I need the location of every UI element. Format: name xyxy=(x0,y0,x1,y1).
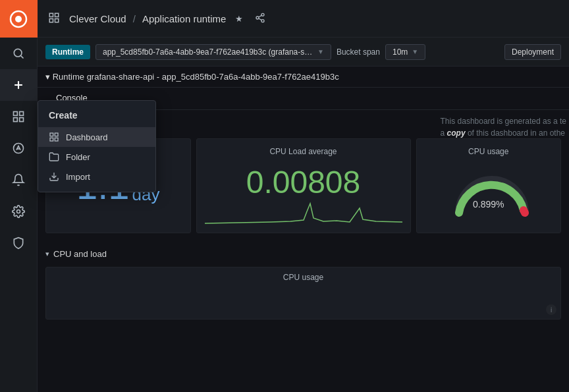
sidebar xyxy=(0,0,38,392)
cpu-load-value: 0.00808 xyxy=(205,161,402,198)
cpu-load-panel: CPU Load average 0.00808 xyxy=(196,138,411,233)
bucket-span-label: Bucket span xyxy=(337,47,380,57)
title-separator: / xyxy=(133,13,136,24)
dashboard-icon xyxy=(49,132,59,142)
runtime-tag[interactable]: Runtime xyxy=(45,45,90,59)
notice-copy: copy xyxy=(447,128,466,138)
filterbar: Runtime app_5cd85fb0-7a6a-4abb-9ea7-f762… xyxy=(38,38,569,67)
create-folder-item[interactable]: Folder xyxy=(38,147,155,167)
svg-rect-14 xyxy=(55,13,59,16)
cpu-load-section: ▾ CPU and load CPU usage i xyxy=(45,241,561,320)
create-folder-label: Folder xyxy=(66,152,90,162)
notice-text: This dashboard is generated as a te a co… xyxy=(441,115,569,139)
svg-point-12 xyxy=(17,210,20,213)
svg-rect-16 xyxy=(55,18,59,22)
svg-point-1 xyxy=(15,16,22,22)
cpu-usage-title: CPU usage xyxy=(468,147,508,156)
app-logo[interactable] xyxy=(0,0,38,38)
create-import-label: Import xyxy=(66,172,90,182)
star-button[interactable]: ★ xyxy=(232,11,246,26)
app-title: Clever Cloud xyxy=(69,13,126,24)
info-badge[interactable]: i xyxy=(546,304,556,315)
create-dashboard-label: Dashboard xyxy=(66,132,108,142)
create-menu-header: Create xyxy=(38,106,155,127)
bucket-span-value: 10m xyxy=(393,47,408,57)
svg-rect-25 xyxy=(55,138,58,141)
collapse-chevron[interactable]: ▾ xyxy=(45,72,50,82)
svg-line-21 xyxy=(259,15,262,17)
bucket-arrow: ▼ xyxy=(412,48,418,55)
svg-point-17 xyxy=(261,13,264,16)
svg-point-19 xyxy=(261,19,264,22)
svg-rect-6 xyxy=(14,112,18,116)
svg-line-20 xyxy=(259,18,262,20)
svg-rect-22 xyxy=(50,133,53,136)
cpu-section-collapse[interactable]: ▾ xyxy=(45,250,49,258)
cpu-usage-chart-panel: CPU usage i xyxy=(45,267,561,320)
sidebar-item-alerting[interactable] xyxy=(0,164,38,196)
gauge-svg xyxy=(449,167,535,219)
svg-rect-13 xyxy=(49,13,53,16)
topbar: Clever Cloud / Application runtime ★ xyxy=(38,0,569,38)
bucket-span-dropdown[interactable]: 10m ▼ xyxy=(385,44,425,60)
svg-rect-7 xyxy=(20,112,24,116)
dropdown-arrow: ▼ xyxy=(317,48,324,55)
page-subtitle: Application runtime xyxy=(142,13,227,24)
breadcrumb-text: Runtime grafana-share-api - app_5cd85fb0… xyxy=(53,72,339,82)
cpu-section-title: CPU and load xyxy=(53,249,107,259)
main-content: Clever Cloud / Application runtime ★ Run… xyxy=(38,0,569,392)
cpu-panel-title: CPU usage xyxy=(54,273,553,282)
svg-rect-15 xyxy=(49,18,53,22)
cpu-section-header: ▾ CPU and load xyxy=(45,244,561,267)
sidebar-item-config[interactable] xyxy=(0,196,38,227)
svg-point-18 xyxy=(256,16,259,19)
sidebar-item-dashboards[interactable] xyxy=(0,101,38,132)
notice-prefix: a xyxy=(441,128,447,138)
create-menu: Create Dashboard Folder Import xyxy=(38,100,156,192)
cpu-panel-row: CPU usage i xyxy=(45,267,561,320)
notice-line2-rest: of this dashboard in an othe xyxy=(466,128,565,138)
gauge-value: 0.899% xyxy=(449,199,528,210)
sidebar-item-explore[interactable] xyxy=(0,132,38,164)
cpu-load-title: CPU Load average xyxy=(205,147,402,156)
svg-point-2 xyxy=(14,49,22,57)
svg-marker-11 xyxy=(17,146,20,150)
create-dashboard-item[interactable]: Dashboard xyxy=(38,127,155,147)
import-icon xyxy=(49,171,59,182)
grid-icon xyxy=(48,12,60,26)
cpu-load-sparkline xyxy=(205,198,402,225)
notice-line1: This dashboard is generated as a te xyxy=(441,117,566,126)
cpu-usage-panel: CPU usage 0.899% xyxy=(416,138,562,233)
svg-rect-8 xyxy=(14,118,18,122)
deployment-button[interactable]: Deployment xyxy=(504,44,561,60)
app-dropdown-value: app_5cd85fb0-7a6a-4abb-9ea7-f762ae419b3c… xyxy=(103,47,313,57)
create-import-item[interactable]: Import xyxy=(38,167,155,186)
app-dropdown[interactable]: app_5cd85fb0-7a6a-4abb-9ea7-f762ae419b3c… xyxy=(95,44,331,60)
sidebar-item-search[interactable] xyxy=(0,38,38,69)
runtime-breadcrumb: ▾ Runtime grafana-share-api - app_5cd85f… xyxy=(38,67,569,88)
sidebar-item-shield[interactable] xyxy=(0,227,38,259)
svg-rect-9 xyxy=(20,118,24,122)
svg-line-3 xyxy=(21,56,24,59)
sidebar-item-create[interactable] xyxy=(0,69,38,101)
svg-rect-23 xyxy=(55,133,58,136)
gauge-container: 0.899% xyxy=(449,167,528,213)
share-button[interactable] xyxy=(252,10,268,28)
folder-icon xyxy=(49,152,59,162)
svg-rect-24 xyxy=(50,138,53,141)
